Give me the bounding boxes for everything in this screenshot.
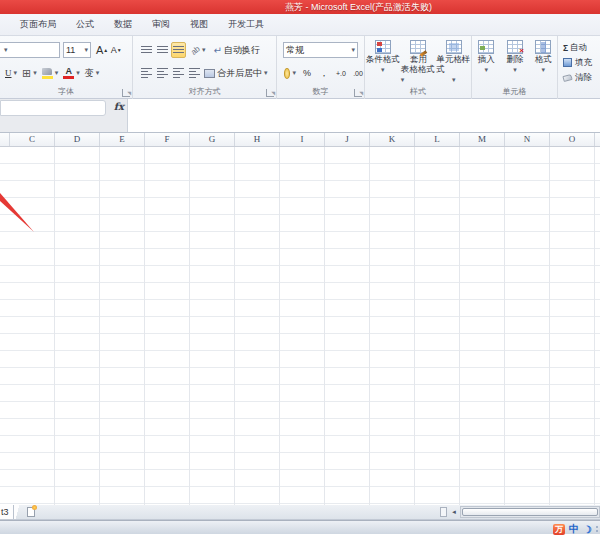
wrap-text-button[interactable]: ↵自动换行 — [212, 42, 260, 58]
styles-group: 条件格式 套用 表格格式 单元格样式 样式 — [365, 36, 472, 99]
column-header-edge[interactable] — [595, 133, 600, 146]
cell-styles-button[interactable]: 单元格样式 — [436, 36, 471, 92]
comma-style-button[interactable]: ， — [317, 65, 331, 81]
align-left-button[interactable] — [139, 65, 153, 81]
shrink-caret-icon: ▼ — [117, 47, 122, 53]
grow-font-button[interactable]: A▲ — [95, 42, 109, 58]
accounting-coin-icon — [284, 68, 290, 79]
fx-insert-function-button[interactable]: fx — [114, 101, 124, 112]
column-header-E[interactable]: E — [100, 133, 145, 146]
align-top-icon — [141, 46, 152, 55]
red-line-shape[interactable] — [0, 147, 50, 247]
align-left-icon — [141, 68, 152, 78]
align-bottom-icon — [173, 46, 184, 55]
tab-developer[interactable]: 开发工具 — [218, 15, 274, 34]
tab-view[interactable]: 视图 — [180, 15, 218, 34]
column-header-K[interactable]: K — [370, 133, 415, 146]
orientation-button[interactable]: ab — [190, 42, 206, 58]
font-color-icon: A — [63, 67, 74, 79]
align-top-button[interactable] — [139, 42, 153, 58]
number-dialog-launcher[interactable] — [354, 89, 362, 97]
column-header-C[interactable]: C — [10, 133, 55, 146]
increase-decimal-button[interactable]: +.0 — [334, 65, 348, 81]
column-header-D[interactable]: D — [55, 133, 100, 146]
decrease-decimal-button[interactable]: .00 — [351, 65, 365, 81]
column-header-J[interactable]: J — [325, 133, 370, 146]
font-dialog-launcher[interactable] — [122, 89, 130, 97]
tab-split-handle[interactable] — [440, 507, 447, 517]
number-format-combo[interactable]: 常规 — [283, 42, 358, 58]
fill-button[interactable]: 填充 — [563, 55, 600, 70]
format-cells-button[interactable]: 格式 — [529, 36, 557, 92]
editing-group: Σ自动 填充 清除 — [558, 36, 600, 99]
column-header-F[interactable]: F — [145, 133, 190, 146]
accounting-format-button[interactable] — [283, 65, 297, 81]
tab-page-layout[interactable]: 页面布局 — [10, 15, 66, 34]
ime-chinese-mode-icon[interactable]: 中 — [569, 522, 579, 536]
autosum-button[interactable]: Σ自动 — [563, 40, 600, 55]
insert-worksheet-icon — [27, 507, 35, 517]
column-header-partial[interactable] — [0, 133, 10, 146]
horizontal-scrollbar-thumb[interactable] — [462, 508, 598, 516]
column-header-M[interactable]: M — [460, 133, 505, 146]
column-headers: C D E F G H I J K L M N O — [0, 133, 600, 147]
column-header-L[interactable]: L — [415, 133, 460, 146]
align-bottom-button[interactable] — [171, 42, 186, 58]
number-group-label: 数字 — [277, 86, 364, 97]
column-header-I[interactable]: I — [280, 133, 325, 146]
phonetic-guide-button[interactable]: 变 — [84, 65, 101, 81]
column-header-H[interactable]: H — [235, 133, 280, 146]
sheet-tab-active[interactable]: t3 — [0, 505, 14, 519]
ribbon-tab-row: 页面布局 公式 数据 审阅 视图 开发工具 — [0, 14, 600, 36]
font-size-combo[interactable]: 11 — [63, 42, 91, 58]
tab-review[interactable]: 审阅 — [142, 15, 180, 34]
conditional-formatting-button[interactable]: 条件格式 — [365, 36, 401, 92]
ime-halfwidth-moon-icon[interactable]: ☽ — [583, 524, 592, 535]
percent-style-button[interactable]: % — [300, 65, 314, 81]
clear-button[interactable]: 清除 — [563, 70, 600, 85]
borders-button[interactable]: ⊞ — [21, 65, 38, 81]
decrease-indent-button[interactable] — [187, 65, 201, 81]
align-right-icon — [173, 68, 184, 78]
grow-caret-icon: ▲ — [103, 47, 108, 53]
align-middle-button[interactable] — [155, 42, 169, 58]
font-color-button[interactable]: A — [62, 65, 81, 81]
horizontal-scrollbar[interactable] — [460, 506, 600, 518]
ime-punctuation-icon[interactable] — [596, 526, 598, 532]
worksheet-grid[interactable] — [0, 147, 600, 505]
insert-cells-button[interactable]: 插入 — [472, 36, 501, 92]
formula-input[interactable] — [128, 99, 600, 132]
merge-center-icon — [204, 69, 215, 78]
format-as-table-icon — [410, 40, 426, 54]
alignment-dialog-launcher[interactable] — [266, 89, 274, 97]
tab-data[interactable]: 数据 — [104, 15, 142, 34]
font-group-label: 字体 — [0, 86, 132, 97]
underline-button[interactable]: U — [4, 65, 18, 81]
shrink-font-button[interactable]: A▼ — [109, 42, 123, 58]
styles-group-label: 样式 — [365, 86, 471, 97]
orientation-icon: ab — [189, 44, 202, 57]
align-right-button[interactable] — [171, 65, 185, 81]
merge-center-button[interactable]: 合并后居中 — [203, 65, 269, 81]
insert-cells-icon — [478, 40, 494, 54]
sheet-tab-strip — [40, 505, 439, 519]
delete-cells-button[interactable]: × 删除 — [501, 36, 530, 92]
format-caret — [541, 64, 545, 75]
number-group: 常规 % ， +.0 .00 数字 — [277, 36, 365, 99]
tab-formulas[interactable]: 公式 — [66, 15, 104, 34]
name-box[interactable] — [0, 100, 106, 116]
scroll-left-button[interactable]: ◄ — [448, 505, 460, 519]
ime-input-method-icon[interactable]: 万 — [553, 524, 565, 535]
align-center-button[interactable] — [155, 65, 169, 81]
column-header-N[interactable]: N — [505, 133, 550, 146]
insert-worksheet-button[interactable] — [22, 505, 40, 519]
ime-toolbar: 万 中 ☽ — [553, 522, 598, 536]
decrease-indent-icon — [189, 68, 200, 78]
format-cells-icon — [535, 40, 551, 54]
column-header-G[interactable]: G — [190, 133, 235, 146]
fill-color-button[interactable] — [41, 65, 60, 81]
sigma-icon: Σ — [563, 43, 568, 53]
format-as-table-button[interactable]: 套用 表格格式 — [401, 36, 437, 92]
font-name-combo[interactable] — [0, 42, 60, 58]
column-header-O[interactable]: O — [550, 133, 595, 146]
